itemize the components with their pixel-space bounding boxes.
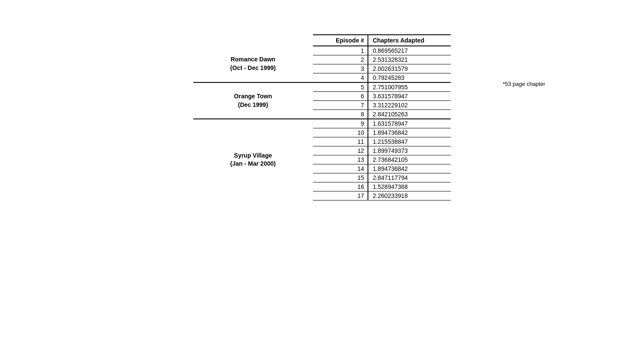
chapters-value: 2.847117794 — [368, 173, 451, 182]
episode-number: 8 — [313, 110, 368, 119]
table-row: Syrup Village(Jan - Mar 2000)91.63157894… — [193, 119, 451, 128]
page-container: Episode # Chapters Adapted Romance Dawn(… — [0, 0, 644, 235]
episode-number: 16 — [313, 182, 368, 191]
table-row: Romance Dawn(Oct - Dec 1999)10.869565217 — [193, 46, 451, 55]
chapters-value: 2.531328321 — [368, 55, 451, 64]
episode-number: 14 — [313, 164, 368, 173]
chapters-value: 1.528947368 — [368, 182, 451, 191]
episode-number: 4 — [313, 73, 368, 83]
table-wrapper: Episode # Chapters Adapted Romance Dawn(… — [193, 34, 451, 200]
episode-number: 2 — [313, 55, 368, 64]
episode-number: 9 — [313, 119, 368, 128]
chapters-value: 1.631578947 — [368, 119, 451, 128]
chapters-value: 1.894736842 — [368, 128, 451, 137]
chapters-value: 3.631578947 — [368, 92, 451, 101]
episode-number: 17 — [313, 191, 368, 200]
arc-label: Romance Dawn(Oct - Dec 1999) — [193, 46, 313, 82]
table-row: Orange Town(Dec 1999)52.751007955 — [193, 82, 451, 92]
arc-label: Syrup Village(Jan - Mar 2000) — [193, 119, 313, 200]
arc-label: Orange Town(Dec 1999) — [193, 82, 313, 119]
chapters-value: 2.260233918 — [368, 191, 451, 200]
episode-number: 5 — [313, 82, 368, 92]
episode-number: 10 — [313, 128, 368, 137]
episode-number: 7 — [313, 101, 368, 110]
header-chapters: Chapters Adapted — [368, 35, 451, 46]
chapters-value: 2.002631579 — [368, 64, 451, 73]
episode-number: 1 — [313, 46, 368, 55]
episode-number: 3 — [313, 64, 368, 73]
chapters-value: 0.869565217 — [368, 46, 451, 55]
episode-number: 15 — [313, 173, 368, 182]
chapters-value: 1.894736842 — [368, 164, 451, 173]
chapters-value: 1.215538847 — [368, 137, 451, 146]
chapters-value: 2.751007955 — [368, 82, 451, 92]
episode-number: 12 — [313, 146, 368, 155]
header-arc — [193, 35, 313, 46]
episode-number: 13 — [313, 155, 368, 164]
chapters-value: 2.736842105 — [368, 155, 451, 164]
chapters-value: 0.79245283 — [368, 73, 451, 83]
chapters-value: 3.312229102 — [368, 101, 451, 110]
header-episode: Episode # — [313, 35, 368, 46]
chapters-value: 1.899749373 — [368, 146, 451, 155]
episode-number: 11 — [313, 137, 368, 146]
footnote: *53 page chapter — [503, 81, 545, 87]
episode-number: 6 — [313, 92, 368, 101]
data-table: Episode # Chapters Adapted Romance Dawn(… — [193, 34, 451, 200]
chapters-value: 2.842105263 — [368, 110, 451, 119]
